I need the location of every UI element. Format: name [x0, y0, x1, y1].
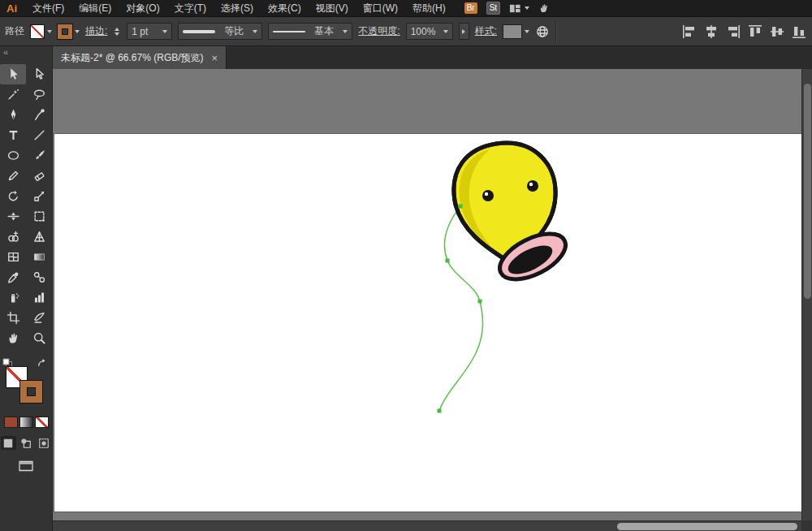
menu-window[interactable]: 窗口(W): [356, 0, 405, 16]
tool-column-graph[interactable]: [26, 287, 52, 308]
document-tab[interactable]: 未标题-2* @ 66.67% (RGB/预览) ×: [53, 46, 227, 69]
tool-mesh[interactable]: [0, 247, 26, 267]
menu-help[interactable]: 帮助(H): [405, 0, 453, 16]
hand-icon[interactable]: [538, 2, 550, 14]
tool-blend[interactable]: [26, 267, 52, 287]
tool-pen[interactable]: [0, 105, 26, 125]
fill-color-control[interactable]: [30, 24, 52, 39]
color-button[interactable]: [4, 417, 18, 428]
none-button[interactable]: [35, 417, 49, 428]
v-align-bottom-icon[interactable]: [791, 24, 807, 40]
v-align-center-icon[interactable]: [769, 24, 785, 40]
stepper-up-icon[interactable]: [114, 28, 119, 31]
vertical-scrollbar[interactable]: [801, 69, 812, 520]
opacity-dropdown[interactable]: 100%: [406, 23, 453, 40]
tool-line-segment[interactable]: [26, 125, 52, 145]
workspace-switcher[interactable]: [509, 2, 529, 15]
tool-symbol-sprayer[interactable]: [0, 287, 26, 308]
menu-type[interactable]: 文字(T): [167, 0, 214, 16]
close-icon[interactable]: ×: [212, 53, 218, 63]
opacity-panel-link[interactable]: 不透明度:: [358, 24, 400, 38]
tool-width[interactable]: [0, 206, 26, 227]
tools-panel-collapse[interactable]: «: [0, 46, 52, 59]
v-align-top-icon[interactable]: [747, 24, 763, 40]
stock-button[interactable]: St: [486, 2, 500, 15]
tool-lasso[interactable]: [26, 84, 52, 105]
draw-inside-button[interactable]: [37, 436, 52, 450]
tool-selection[interactable]: [0, 64, 26, 84]
stroke-weight-stepper[interactable]: [113, 26, 121, 37]
style-swatch[interactable]: [503, 24, 522, 39]
canvas-pasteboard[interactable]: [53, 69, 812, 531]
tool-perspective-grid[interactable]: [26, 227, 52, 247]
style-dropdown[interactable]: [503, 24, 529, 39]
draw-behind-button[interactable]: [19, 436, 34, 450]
tool-rotate[interactable]: [0, 186, 26, 206]
width-profile-value: 等比: [224, 24, 244, 38]
tool-zoom[interactable]: [26, 328, 52, 348]
direct-selection-tool-icon: [32, 67, 46, 81]
anchor-point[interactable]: [459, 205, 463, 209]
menu-view[interactable]: 视图(V): [309, 0, 356, 16]
tool-paintbrush[interactable]: [26, 145, 52, 166]
hand-tool-icon: [6, 331, 20, 345]
tool-eyedropper[interactable]: [0, 267, 26, 287]
menu-edit[interactable]: 编辑(E): [71, 0, 119, 16]
tool-pencil[interactable]: [0, 166, 26, 186]
fill-stroke-controls: [0, 365, 52, 412]
stepper-down-icon[interactable]: [114, 32, 119, 36]
anchor-point[interactable]: [438, 409, 442, 413]
bridge-button[interactable]: Br: [464, 2, 477, 14]
recolor-artwork-button[interactable]: [535, 24, 550, 39]
brush-definition-dropdown[interactable]: 基本: [268, 23, 352, 40]
horizontal-scrollbar[interactable]: [53, 520, 801, 531]
align-buttons: [681, 24, 807, 40]
stroke-swatch[interactable]: [20, 381, 42, 403]
width-profile-dropdown[interactable]: 等比: [178, 23, 262, 40]
stroke-color-control[interactable]: [58, 24, 80, 39]
menu-effect[interactable]: 效果(C): [261, 0, 309, 16]
gradient-button[interactable]: [19, 417, 33, 428]
stroke-color-swatch[interactable]: [58, 24, 72, 39]
draw-normal-button[interactable]: [1, 436, 16, 450]
tool-gradient[interactable]: [26, 247, 52, 267]
tool-blob-brush[interactable]: [26, 105, 52, 125]
swap-colors-icon[interactable]: [37, 358, 47, 369]
stroke-weight-input[interactable]: 1 pt: [127, 23, 172, 40]
horizontal-scrollbar-thumb[interactable]: [617, 523, 797, 530]
menu-file[interactable]: 文件(F): [25, 0, 71, 16]
h-align-center-icon[interactable]: [703, 24, 719, 40]
screen-mode-button[interactable]: [18, 460, 34, 476]
tool-artboard[interactable]: [0, 308, 26, 328]
opacity-flyout-button[interactable]: [459, 23, 469, 40]
menu-select[interactable]: 选择(S): [214, 0, 261, 16]
anchor-point[interactable]: [478, 300, 482, 304]
color-type-buttons: [0, 417, 52, 428]
tool-magic-wand[interactable]: [0, 84, 26, 105]
menu-object[interactable]: 对象(O): [119, 0, 166, 16]
tool-hand[interactable]: [0, 328, 26, 348]
chevron-down-icon: [443, 30, 448, 33]
eyedropper-tool-icon: [6, 270, 20, 284]
chevron-down-icon: [343, 30, 348, 33]
tool-free-transform[interactable]: [26, 206, 52, 227]
tool-scale[interactable]: [26, 186, 52, 206]
h-align-right-icon[interactable]: [725, 24, 741, 40]
right-eye: [527, 180, 538, 192]
width-profile-preview: [183, 30, 215, 33]
fill-none-swatch[interactable]: [30, 24, 45, 39]
vertical-scrollbar-thumb[interactable]: [804, 84, 811, 299]
style-panel-link[interactable]: 样式:: [475, 24, 497, 38]
tool-shape-builder[interactable]: [0, 227, 26, 247]
tools-grid: [0, 59, 52, 348]
app-logo[interactable]: Ai: [0, 2, 25, 15]
stroke-panel-link[interactable]: 描边:: [85, 24, 107, 38]
tool-direct-selection[interactable]: [26, 64, 52, 84]
h-align-left-icon[interactable]: [681, 24, 698, 40]
tool-slice[interactable]: [26, 308, 52, 328]
tool-type[interactable]: [0, 125, 26, 145]
tool-ellipse[interactable]: [0, 145, 26, 166]
tool-eraser[interactable]: [26, 166, 52, 186]
left-eye: [482, 190, 494, 201]
anchor-point[interactable]: [446, 259, 450, 263]
